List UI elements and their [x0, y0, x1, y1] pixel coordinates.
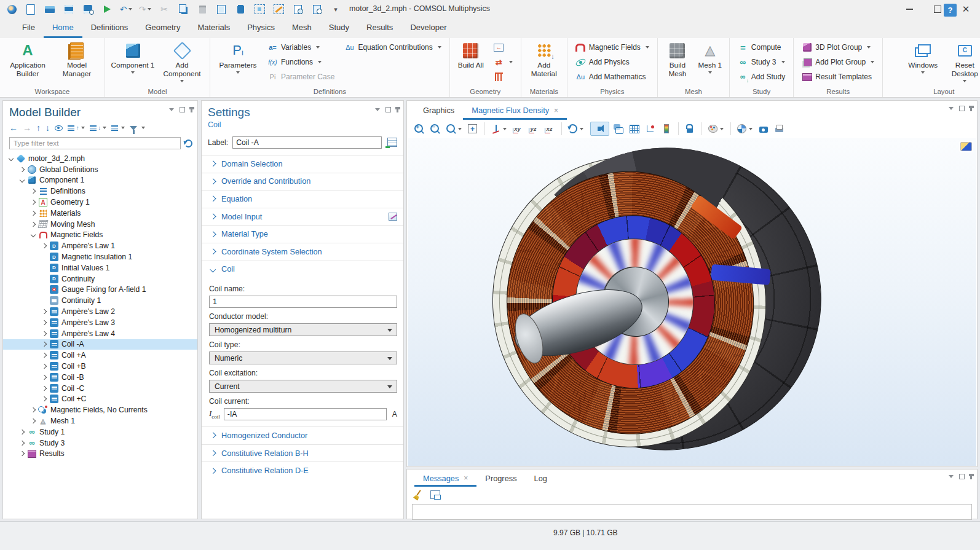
parameter-case-button[interactable]: Parameter Case	[264, 69, 338, 84]
copy-messages-icon[interactable]	[430, 490, 440, 499]
rename-icon[interactable]	[386, 137, 398, 148]
tree-expander-icon[interactable]	[30, 232, 38, 238]
ribbon-tab[interactable]: File	[14, 18, 44, 38]
coil-current-input[interactable]	[224, 408, 387, 420]
tree-item[interactable]: Coil +C	[3, 394, 197, 405]
settings-section-header[interactable]: Coordinate System Selection	[202, 243, 403, 261]
environment-icon[interactable]	[730, 122, 754, 135]
paste-icon[interactable]	[196, 3, 209, 15]
functions-button[interactable]: Functions	[264, 55, 338, 69]
transparency-icon[interactable]	[611, 122, 625, 135]
zoom-to-selection-icon[interactable]	[291, 3, 304, 15]
label-input[interactable]	[232, 136, 382, 149]
magnetic-fields-button[interactable]: Magnetic Fields	[572, 40, 653, 55]
grid-icon[interactable]	[627, 122, 641, 135]
tree-item[interactable]: Component 1	[3, 175, 197, 186]
tree-item[interactable]: Magnetic Fields, No Currents	[3, 404, 197, 415]
tree-expander-icon[interactable]	[30, 188, 38, 194]
rotate-icon[interactable]	[561, 122, 585, 135]
ribbon-tab[interactable]: Results	[358, 18, 401, 38]
view-orientation-icon[interactable]	[484, 122, 508, 135]
expand-tree-icon[interactable]: ↑	[68, 125, 85, 131]
print-icon[interactable]	[772, 122, 786, 135]
save-as-icon[interactable]	[81, 3, 95, 15]
tree-item[interactable]: Results	[3, 449, 197, 460]
plot-thumbnail-icon[interactable]	[960, 142, 972, 151]
refresh-icon[interactable]	[184, 139, 192, 147]
move-up-icon[interactable]: ↑	[36, 123, 41, 133]
ribbon-tab[interactable]: Materials	[189, 18, 239, 38]
insert-sequence-button[interactable]	[490, 40, 516, 55]
back-icon[interactable]: ←	[9, 123, 18, 133]
tree-expander-icon[interactable]	[8, 155, 15, 162]
panel-menu-icon[interactable]	[169, 108, 174, 111]
messages-tab[interactable]: Log	[526, 469, 556, 487]
settings-section-header-coil[interactable]: Coil	[202, 261, 403, 278]
tab-close-icon[interactable]: ×	[554, 106, 558, 115]
windows-button[interactable]: Windows	[903, 40, 942, 75]
panel-pin-icon[interactable]	[191, 107, 192, 112]
snapshot-icon[interactable]	[756, 122, 770, 135]
tree-item[interactable]: Study 3	[3, 438, 197, 449]
ribbon-tab[interactable]: Home	[44, 18, 82, 38]
messages-tab[interactable]: Messages×	[414, 469, 476, 487]
tree-item[interactable]: Magnetic Fields	[3, 230, 197, 241]
edit-model-input-icon[interactable]	[389, 213, 397, 221]
panel-menu-icon[interactable]	[949, 107, 954, 110]
tree-item[interactable]: Study 1	[3, 426, 197, 438]
coil-type-select[interactable]: Numeric	[209, 352, 397, 364]
plot-group-3d-button[interactable]: 3D Plot Group	[798, 40, 878, 55]
panel-menu-icon[interactable]	[949, 475, 954, 478]
tree-expander-icon[interactable]	[30, 407, 38, 413]
settings-section-header[interactable]: Constitutive Relation D-E	[202, 462, 403, 479]
help-button[interactable]: ?	[944, 4, 957, 17]
tree-item[interactable]: Continuity	[3, 273, 197, 285]
add-material-button[interactable]: Add Material	[526, 40, 563, 80]
add-plot-group-button[interactable]: Add Plot Group	[798, 55, 878, 69]
view-xz-icon[interactable]: xz	[542, 122, 556, 135]
add-study-button[interactable]: Add Study	[734, 69, 789, 84]
lock-view-icon[interactable]	[678, 122, 697, 135]
coil-name-input[interactable]	[209, 296, 397, 308]
clear-messages-icon[interactable]	[413, 490, 424, 500]
tree-expander-icon[interactable]	[41, 297, 49, 304]
tree-expander-icon[interactable]	[41, 254, 49, 260]
build-all-button[interactable]: Build All	[454, 40, 488, 71]
tree-expander-icon[interactable]	[30, 199, 38, 205]
tree-item[interactable]: Mesh 1	[3, 415, 197, 426]
tree-item[interactable]: Ampère's Law 1	[3, 240, 197, 251]
messages-tab[interactable]: Progress	[476, 469, 525, 487]
add-component-button[interactable]: Add Component	[159, 40, 205, 84]
tree-item[interactable]: Definitions	[3, 186, 197, 197]
ribbon-tab[interactable]: Study	[320, 18, 358, 38]
panel-pin-icon[interactable]	[970, 106, 972, 111]
delete-icon[interactable]	[234, 3, 247, 15]
study-3-button[interactable]: Study 3	[734, 55, 789, 69]
minimize-button[interactable]	[895, 0, 923, 18]
rebuild-button[interactable]	[490, 55, 516, 69]
add-physics-button[interactable]: Add Physics	[572, 55, 653, 69]
tree-item[interactable]: motor_3d_2.mph	[3, 153, 197, 164]
ribbon-tab[interactable]: Geometry	[136, 18, 189, 38]
forward-icon[interactable]: →	[23, 123, 31, 133]
tree-item[interactable]: Coil +B	[3, 361, 197, 372]
tree-expander-icon[interactable]	[41, 265, 49, 271]
tree-expander-icon[interactable]	[19, 450, 26, 457]
parameters-button[interactable]: Parameters	[215, 40, 261, 75]
tree-expander-icon[interactable]	[41, 286, 49, 293]
save-icon[interactable]	[62, 3, 76, 15]
color-legend-icon[interactable]	[659, 122, 673, 135]
filter-icon[interactable]	[130, 126, 145, 130]
new-file-icon[interactable]	[24, 3, 38, 15]
clear-selection-icon[interactable]	[272, 3, 285, 15]
redo-icon[interactable]: ↷	[138, 3, 152, 15]
tree-expander-icon[interactable]	[30, 418, 38, 424]
settings-section-header[interactable]: Material Type	[202, 225, 403, 243]
tree-item[interactable]: Global Definitions	[3, 164, 197, 175]
ribbon-tab[interactable]: Mesh	[283, 18, 320, 38]
view-xy-icon[interactable]: xy	[510, 122, 524, 135]
model-manager-button[interactable]: Model Manager	[53, 40, 100, 80]
tree-item[interactable]: Coil +A	[3, 350, 197, 361]
equation-contributions-button[interactable]: Equation Contributions	[341, 40, 445, 55]
run-icon[interactable]	[100, 3, 114, 15]
